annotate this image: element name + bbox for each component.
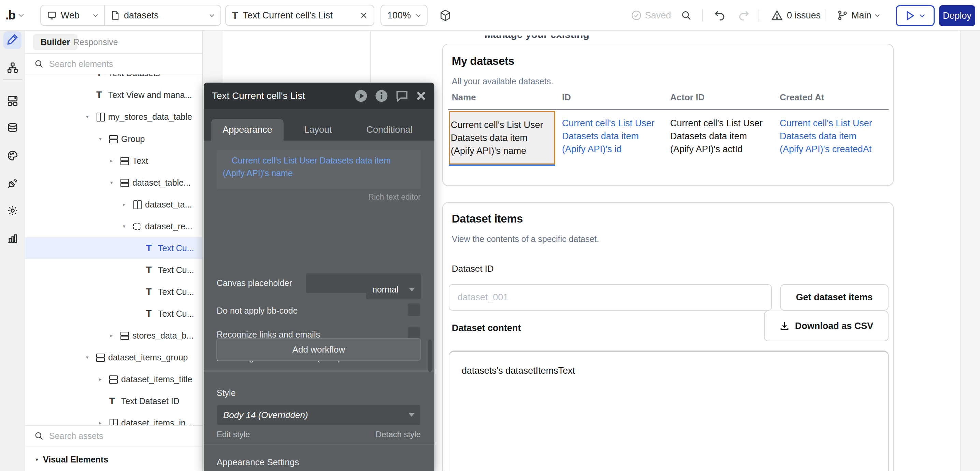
run-icon[interactable] [355,89,368,102]
tree-item-dataset-re[interactable]: ▾dataset_re... [25,215,202,237]
tab-conditional[interactable]: Conditional [355,119,423,141]
add-workflow-button[interactable]: Add workflow [216,338,421,361]
tree-item-text-current[interactable]: Text Cu... [25,259,202,281]
tree-item-label: Group [121,134,145,144]
chevron-right-icon[interactable]: ▸ [99,376,109,382]
cell-created-at[interactable]: Current cell's List User Datasets data i… [780,117,882,156]
check-circle-icon [631,10,641,21]
dataset-content-box[interactable]: datasets's datasetItemsText [449,350,889,471]
deploy-label: Deploy [943,11,972,21]
app-menu-button[interactable]: .b [5,5,24,26]
rich-text-editor-link[interactable]: Rich text editor [369,193,421,202]
download-csv-button[interactable]: Download as CSV [764,310,889,341]
git-branch-icon [837,10,848,21]
search-assets-input[interactable] [49,431,179,441]
html-tag-select[interactable]: normal [366,280,421,299]
visual-elements-label: Visual Elements [43,455,108,465]
edit-style-link[interactable]: Edit style [217,430,250,439]
text-expression-editor[interactable]: Current cell's List User Datasets data i… [217,150,421,189]
platform-dropdown[interactable]: Web [41,5,104,25]
design-tool-button[interactable] [0,33,25,45]
elements-panel: Builder Responsive Text Datasets Text Vi… [25,31,203,471]
tree-item-text-datasets[interactable]: Text Datasets [25,75,202,84]
workflow-tool-button[interactable] [0,62,25,73]
tree-item-text[interactable]: ▸Text [25,150,202,172]
styles-tool-button[interactable] [0,150,25,161]
property-editor: Text Current cell's List Appearance Layo… [204,83,434,471]
table-element-icon [96,113,104,121]
issues-indicator[interactable]: 0 issues [771,5,821,26]
tab-layout[interactable]: Layout [284,119,352,141]
chevron-right-icon[interactable]: ▸ [99,420,109,425]
undo-button[interactable] [714,5,725,26]
branch-selector[interactable]: Main [837,5,880,26]
dataset-content-label: Dataset content [452,323,521,333]
tree-item-group[interactable]: ▾Group [25,128,202,150]
text-element-icon [146,266,154,274]
reusables-tool-button[interactable] [0,95,25,107]
style-select[interactable]: Body 14 (Overridden) [217,405,420,425]
tab-appearance[interactable]: Appearance [211,119,283,141]
redo-icon [738,10,750,21]
redo-button[interactable] [738,5,750,26]
logs-tool-button[interactable] [0,232,25,244]
chevron-down-icon[interactable]: ▾ [86,354,96,360]
tree-item-dataset-items-in[interactable]: ▸dataset_items_in... [25,412,202,425]
zoom-dropdown[interactable]: 100% [380,5,428,26]
component-library-button[interactable] [439,5,451,26]
comment-icon[interactable] [396,89,409,102]
cell-name[interactable]: Current cell's List User Datasets data i… [451,118,553,158]
chevron-down-icon[interactable]: ▾ [86,114,96,120]
tree-item-dataset-ta[interactable]: ▸dataset_ta... [25,194,202,215]
chevron-down-icon [416,14,421,17]
preview-button[interactable] [896,5,935,26]
property-editor-header[interactable]: Text Current cell's List [204,83,434,109]
tree-item-dataset-items-title[interactable]: ▸dataset_items_title [25,368,202,390]
tree-item-label: Text Dataset ID [121,396,180,406]
dataset-id-input[interactable] [449,284,772,310]
chevron-down-icon[interactable]: ▾ [110,180,121,186]
page-dropdown[interactable]: datasets [105,5,220,25]
tab-builder[interactable]: Builder [33,34,78,50]
tree-item-my-stores-data-table[interactable]: ▾my_stores_data_table [25,106,202,128]
chevron-right-icon[interactable]: ▸ [123,201,133,207]
get-dataset-items-button[interactable]: Get dataset items [780,284,889,310]
group-element-icon [109,375,118,383]
element-tab[interactable]: T Text Current cell's List [225,5,374,26]
table-element-icon [109,419,118,425]
tree-item-text-dataset-id[interactable]: Text Dataset ID [25,390,202,412]
bb-code-checkbox[interactable] [408,304,420,316]
plugins-tool-button[interactable] [0,177,25,189]
tree-item-text-current[interactable]: Text Cu... [25,281,202,303]
inspector-scrollbar-thumb[interactable] [428,340,432,372]
search-elements-input[interactable] [49,59,179,69]
visual-elements-section[interactable]: ▾ Visual Elements [25,446,202,471]
search-button[interactable] [681,5,692,26]
tree-item-stores-data-b[interactable]: ▸stores_data_b... [25,325,202,347]
chevron-down-icon[interactable]: ▾ [99,136,109,142]
cell-id[interactable]: Current cell's List User Datasets data i… [562,117,664,156]
tree-item-label: dataset_ta... [145,200,192,210]
deploy-button[interactable]: Deploy [939,5,975,26]
data-tool-button[interactable] [0,122,25,134]
tree-item-label: dataset_items_group [108,353,188,363]
tree-item-text-current[interactable]: Text Cu... [25,303,202,325]
detach-style-link[interactable]: Detach style [376,430,421,439]
close-icon[interactable] [416,91,426,101]
tree-item-text-current-selected[interactable]: Text Cu... [25,237,202,259]
tab-responsive[interactable]: Responsive [73,34,118,50]
chevron-right-icon[interactable]: ▸ [110,333,121,339]
chevron-down-icon[interactable]: ▾ [123,223,133,229]
tree-item-dataset-items-group[interactable]: ▾dataset_items_group [25,347,202,368]
chevron-down-icon [210,14,214,17]
tree-item-dataset-table[interactable]: ▾dataset_table... [25,172,202,194]
tree-item-text-view[interactable]: Text View and mana... [25,84,202,106]
chevron-right-icon[interactable]: ▸ [110,158,121,164]
tree-item-label: dataset_table... [132,178,191,188]
settings-tool-button[interactable] [0,205,25,216]
dataset-items-title: Dataset items [452,212,523,225]
cell-actor-id[interactable]: Current cell's List User Datasets data i… [670,117,773,156]
close-icon[interactable] [360,12,368,19]
editor-nav-rail [0,31,25,471]
info-icon[interactable] [375,89,388,102]
